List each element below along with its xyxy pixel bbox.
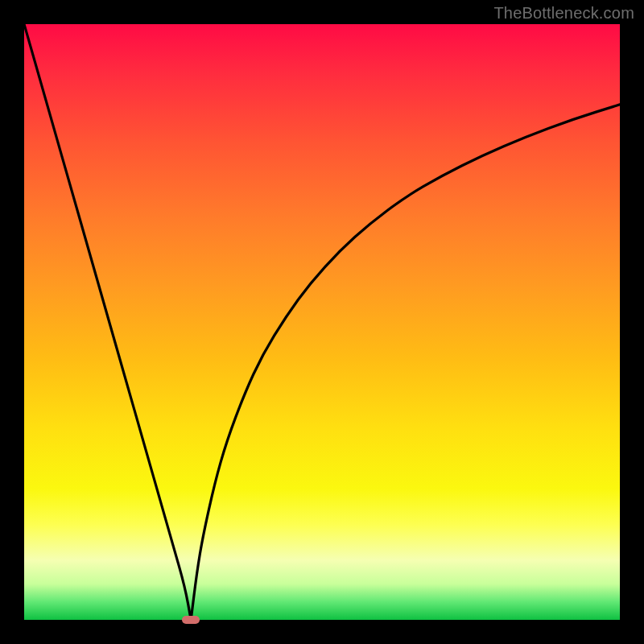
chart-frame: TheBottleneck.com (0, 0, 644, 644)
plot-area (24, 24, 620, 620)
watermark-text: TheBottleneck.com (493, 4, 634, 23)
optimal-marker (182, 616, 200, 624)
bottleneck-curve (24, 24, 620, 620)
